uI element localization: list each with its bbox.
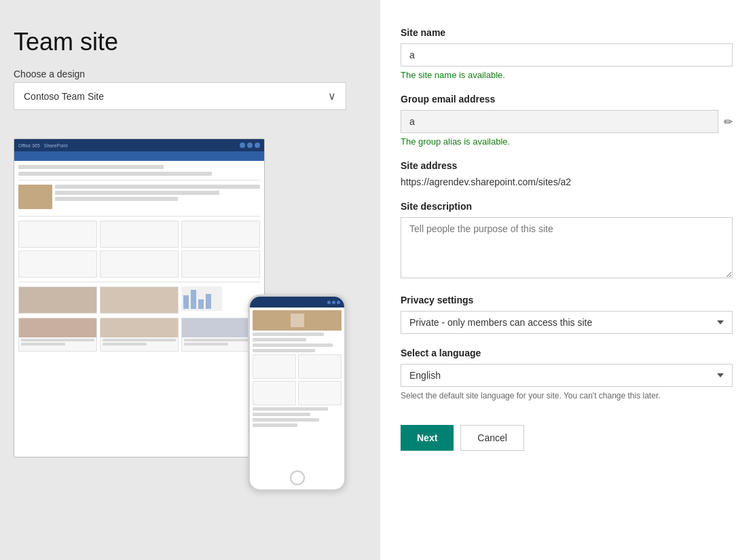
grid-card [181,250,260,278]
next-button[interactable]: Next [401,425,454,451]
grid-card [181,221,260,248]
grid-section [18,221,260,278]
desktop-subnav [14,151,264,161]
site-name-available: The site name is available. [401,70,733,80]
topbar-icon-dot3 [255,143,260,148]
design-dropdown[interactable]: Contoso Team Site ∨ [14,82,346,110]
language-hint: Select the default site language for you… [401,391,733,400]
privacy-select-wrapper: Private - only members can access this s… [401,311,733,334]
mobile-line [253,418,319,422]
site-address-label: Site address [401,160,733,171]
hero-image [18,185,52,209]
mobile-line [253,338,306,341]
card-line [21,339,94,341]
mobile-line [253,343,333,347]
bar1 [183,295,189,309]
topbar-label2: SharePoint [44,143,68,148]
desktop-topbar: Office 365 SharePoint [14,139,264,151]
mobile-hero [253,310,342,331]
bar3 [198,299,204,309]
card-line [184,343,228,346]
mobile-preview [248,295,346,491]
topbar-label1: Office 365 [18,143,40,148]
bottom-card1 [18,318,97,352]
bottom-card-img [19,318,96,337]
content-line [18,165,164,169]
divider [18,180,260,181]
design-dropdown-value: Contoso Team Site [24,91,104,102]
button-row: Next Cancel [401,425,733,451]
preview-area: Office 365 SharePoint [14,138,346,491]
image-card1 [18,286,97,314]
hero-line [55,197,178,201]
bottom-cards [18,318,260,352]
divider [18,282,260,282]
mobile-card1 [253,354,296,379]
site-description-textarea[interactable] [401,217,733,278]
cancel-button[interactable]: Cancel [460,425,524,451]
email-field-row: ✏ [401,110,733,133]
chevron-down-icon: ∨ [328,90,336,102]
bottom-card-lines [19,337,96,347]
mobile-line [253,407,328,411]
bar4 [206,294,211,309]
mobile-dot2 [332,301,335,304]
bar2 [191,290,196,309]
site-name-input[interactable] [401,43,733,67]
grid-card [100,250,179,278]
mobile-dot3 [337,301,340,304]
hero-lines [55,185,260,209]
hero-line [55,191,219,195]
bottom-card2 [100,318,179,352]
site-name-label: Site name [401,27,733,38]
mobile-hero-inner [291,314,304,327]
right-panel: Site name The site name is available. Gr… [380,0,753,560]
mobile-line [253,424,297,427]
edit-icon[interactable]: ✏ [724,115,733,128]
site-address-field: Site address https://agrendev.sharepoint… [401,160,733,187]
mobile-home-button [290,470,305,485]
topbar-icon-dot2 [247,143,253,148]
design-label: Choose a design [14,69,360,79]
page-title: Team site [14,27,360,56]
language-label: Select a language [401,348,733,358]
hero-line [55,185,260,189]
bottom-card-lines [100,337,178,347]
mobile-line [253,413,310,416]
mobile-grid [253,354,342,405]
content-hero [18,185,260,209]
mobile-line [253,333,324,336]
mobile-card3 [253,381,296,405]
chart-block [181,286,222,311]
desktop-preview: Office 365 SharePoint [14,138,265,458]
grid-card [100,221,179,248]
card-line [103,339,176,341]
divider [18,216,260,217]
desktop-content [14,161,264,356]
privacy-field: Privacy settings Private - only members … [401,295,733,334]
site-name-field: Site name The site name is available. [401,27,733,80]
language-field: Select a language English French German … [401,348,733,400]
mobile-line [253,349,315,352]
mobile-content [250,307,344,430]
left-panel: Team site Choose a design Contoso Team S… [0,0,380,560]
content-line [18,172,212,176]
mobile-card2 [298,354,342,379]
topbar-icon-dot [240,143,245,148]
mobile-topbar [250,297,344,307]
group-email-field: Group email address ✏ The group alias is… [401,94,733,147]
image-card2 [100,286,179,314]
mobile-card4 [298,381,342,405]
group-email-input[interactable] [401,110,718,133]
card-line [103,343,147,346]
card-line [184,339,257,341]
topbar-icons [240,143,260,148]
group-email-label: Group email address [401,94,733,105]
privacy-select[interactable]: Private - only members can access this s… [401,311,733,334]
image-chart-section [18,286,260,314]
card-line [21,343,65,346]
group-email-available: The group alias is available. [401,136,733,147]
grid-card [18,221,97,248]
mobile-dot1 [327,301,331,304]
language-select[interactable]: English French German Spanish [401,364,733,387]
